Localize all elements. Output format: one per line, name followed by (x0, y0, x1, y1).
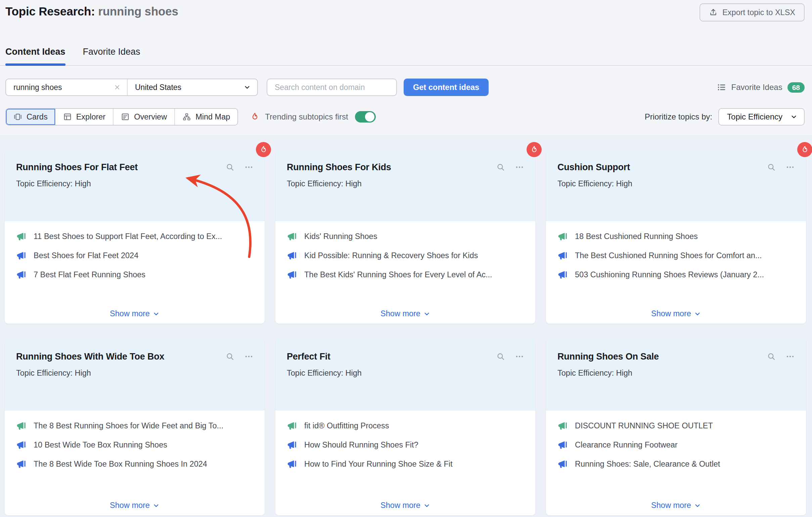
megaphone-icon (16, 232, 26, 242)
megaphone-icon (287, 232, 297, 242)
content-idea-text: 10 Best Wide Toe Box Running Shoes (34, 440, 167, 450)
topic-query-input[interactable] (13, 83, 114, 92)
search-icon[interactable] (496, 352, 505, 361)
content-idea-text: The 8 Best Running Shoes for Wide Feet a… (34, 421, 223, 431)
content-idea[interactable]: Best Shoes for Flat Feet 2024 (16, 250, 253, 261)
content-idea-text: Kids' Running Shoes (304, 231, 377, 242)
search-icon[interactable] (767, 352, 776, 361)
card-header: Running Shoes For Kids Topic Efficiency:… (276, 149, 535, 221)
view-option-explorer[interactable]: Explorer (56, 109, 114, 125)
show-more-label: Show more (380, 309, 420, 318)
show-more-link[interactable]: Show more (546, 309, 806, 318)
megaphone-icon (287, 251, 297, 261)
content-idea-list: DISCOUNT RUNNING SHOE OUTLET Clearance R… (557, 421, 794, 469)
megaphone-icon (287, 421, 297, 431)
show-more-link[interactable]: Show more (5, 501, 265, 510)
card-title: Perfect Fit (287, 351, 330, 362)
domain-search-input[interactable] (274, 83, 389, 92)
prioritize-select[interactable]: Topic Efficiency (718, 108, 805, 126)
cards-view-icon (13, 113, 22, 121)
favorite-ideas-link[interactable]: Favorite Ideas 68 (717, 82, 805, 93)
search-icon[interactable] (226, 163, 234, 172)
megaphone-icon (557, 232, 568, 242)
content-idea-list: Kids' Running Shoes Kid Possible: Runnin… (287, 231, 524, 280)
view-option-label: Mind Map (196, 113, 230, 122)
country-select[interactable]: United States (127, 79, 257, 95)
show-more-label: Show more (110, 309, 150, 318)
mindmap-view-icon (182, 113, 191, 121)
content-idea[interactable]: Kid Possible: Running & Recovery Shoes f… (287, 250, 524, 261)
chevron-down-icon (694, 502, 701, 509)
ellipsis-menu-icon[interactable] (244, 163, 253, 172)
content-idea[interactable]: The Best Kids' Running Shoes for Every L… (287, 270, 524, 280)
view-option-overview[interactable]: Overview (114, 109, 175, 125)
trending-subtopics-control: Trending subtopics first (250, 111, 375, 123)
megaphone-icon (557, 421, 568, 431)
export-topic-button[interactable]: Export topic to XLSX (699, 3, 805, 22)
content-idea[interactable]: 10 Best Wide Toe Box Running Shoes (16, 440, 253, 450)
content-idea[interactable]: The 8 Best Wide Toe Box Running Shoes In… (16, 459, 253, 469)
favorite-ideas-count-badge: 68 (787, 82, 805, 93)
get-content-ideas-button[interactable]: Get content ideas (404, 79, 489, 96)
content-idea-text: Clearance Running Footwear (575, 440, 678, 450)
search-icon[interactable] (226, 352, 234, 361)
country-select-value: United States (135, 83, 181, 92)
page-header: Topic Research: running shoes Export top… (0, 0, 812, 126)
content-idea[interactable]: The 8 Best Running Shoes for Wide Feet a… (16, 421, 253, 431)
topic-efficiency-label: Topic Efficiency: High (16, 179, 253, 188)
view-option-mindmap[interactable]: Mind Map (175, 109, 237, 125)
prioritize-select-value: Topic Efficiency (727, 112, 782, 122)
query-combo: United States (5, 79, 258, 96)
topic-card-wide-toe-box: Running Shoes With Wide Toe Box Topic Ef… (5, 338, 265, 515)
show-more-link[interactable]: Show more (5, 309, 265, 318)
content-idea[interactable]: How to Find Your Running Shoe Size & Fit (287, 459, 524, 469)
content-idea[interactable]: How Should Running Shoes Fit? (287, 440, 524, 450)
megaphone-icon (16, 251, 26, 261)
content-idea[interactable]: Running Shoes: Sale, Clearance & Outlet (557, 459, 794, 469)
topic-efficiency-label: Topic Efficiency: High (287, 179, 524, 188)
search-icon[interactable] (767, 163, 776, 172)
show-more-link[interactable]: Show more (546, 501, 806, 510)
tab-favorite-ideas[interactable]: Favorite Ideas (83, 46, 140, 65)
ellipsis-menu-icon[interactable] (515, 163, 524, 172)
trending-subtopics-toggle[interactable] (355, 111, 376, 123)
card-body: DISCOUNT RUNNING SHOE OUTLET Clearance R… (546, 410, 806, 515)
card-header: Running Shoes For Flat Feet Topic Effici… (5, 149, 265, 221)
content-idea-text: Best Shoes for Flat Feet 2024 (34, 250, 138, 261)
clear-query-x-icon[interactable] (114, 84, 121, 91)
flame-icon (259, 145, 268, 154)
show-more-link[interactable]: Show more (276, 309, 535, 318)
content-idea[interactable]: 11 Best Shoes to Support Flat Feet, Acco… (16, 231, 253, 242)
content-idea[interactable]: DISCOUNT RUNNING SHOE OUTLET (557, 421, 794, 431)
tab-content-ideas[interactable]: Content Ideas (5, 46, 65, 65)
show-more-label: Show more (651, 501, 691, 510)
chevron-down-icon (790, 114, 797, 120)
title-row: Topic Research: running shoes Export top… (5, 0, 805, 20)
topic-card-on-sale: Running Shoes On Sale Topic Efficiency: … (546, 338, 806, 515)
view-option-label: Explorer (76, 113, 106, 122)
view-option-cards[interactable]: Cards (6, 109, 56, 125)
content-idea[interactable]: Kids' Running Shoes (287, 231, 524, 242)
upload-icon (709, 8, 718, 17)
flame-icon (250, 112, 260, 122)
card-actions (767, 351, 794, 361)
ellipsis-menu-icon[interactable] (786, 352, 794, 361)
content-idea[interactable]: 7 Best Flat Feet Running Shoes (16, 270, 253, 280)
card-title: Running Shoes For Flat Feet (16, 162, 138, 173)
content-idea-text: Running Shoes: Sale, Clearance & Outlet (575, 459, 720, 469)
content-idea[interactable]: Clearance Running Footwear (557, 440, 794, 450)
favorite-ideas-label: Favorite Ideas (731, 83, 782, 92)
content-idea-list: 18 Best Cushioned Running Shoes The Best… (557, 231, 794, 280)
content-idea[interactable]: fit id® Outfitting Process (287, 421, 524, 431)
content-idea[interactable]: The Best Cushioned Running Shoes for Com… (557, 250, 794, 261)
card-title: Running Shoes On Sale (557, 351, 659, 362)
search-icon[interactable] (496, 163, 505, 172)
card-actions (496, 162, 524, 172)
content-idea[interactable]: 503 Cushioning Running Shoes Reviews (Ja… (557, 270, 794, 280)
ellipsis-menu-icon[interactable] (515, 352, 524, 361)
ellipsis-menu-icon[interactable] (244, 352, 253, 361)
content-idea-text: 7 Best Flat Feet Running Shoes (34, 270, 145, 280)
show-more-link[interactable]: Show more (276, 501, 535, 510)
content-idea[interactable]: 18 Best Cushioned Running Shoes (557, 231, 794, 242)
ellipsis-menu-icon[interactable] (786, 163, 794, 172)
